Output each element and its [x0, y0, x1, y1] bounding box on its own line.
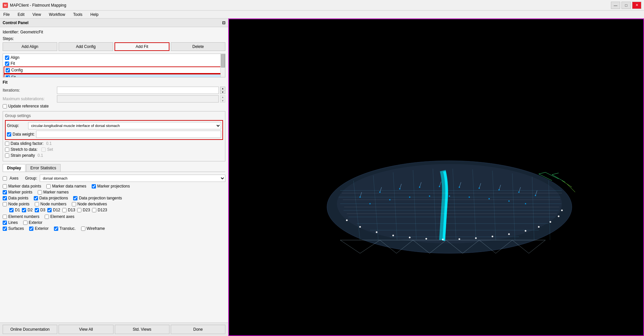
svg-point-63 [449, 195, 450, 197]
wireframe-label: Wireframe [87, 226, 105, 231]
group-display-select[interactable]: dorsal stomach [40, 175, 225, 182]
element-numbers-checkbox[interactable] [3, 215, 7, 219]
data-weight-input[interactable]: 0.1 [36, 131, 221, 138]
viewport-3d[interactable] [229, 19, 643, 335]
update-ref-label: Update reference state [8, 104, 49, 108]
d23-checkbox[interactable] [77, 208, 81, 212]
tab-display[interactable]: Display [3, 164, 25, 172]
menu-help[interactable]: Help [88, 12, 101, 18]
group-select[interactable]: circular-longitudinal muscle interface o… [28, 122, 221, 129]
strain-label: Strain penalty [11, 153, 35, 158]
menu-workflow[interactable]: Workflow [47, 12, 67, 18]
svg-point-69 [359, 226, 361, 228]
svg-point-62 [429, 195, 430, 197]
add-align-button[interactable]: Add Align [3, 42, 57, 51]
close-button[interactable]: ✕ [632, 2, 641, 9]
node-points-checkbox[interactable] [3, 202, 7, 206]
list-item[interactable]: Fit [4, 61, 224, 66]
menu-file[interactable]: File [1, 12, 12, 18]
spin-up-icon[interactable]: ▲ [220, 87, 225, 91]
tab-error-statistics[interactable]: Error Statistics [26, 164, 61, 172]
iterations-input[interactable]: 1 [57, 87, 219, 94]
data-projection-tangents-checkbox[interactable] [73, 196, 77, 200]
lines-label: Lines [8, 220, 18, 225]
element-numbers-label: Element numbers [8, 214, 39, 219]
surfaces-exterior-label: Exterior [35, 226, 48, 231]
menu-tools[interactable]: Tools [71, 12, 84, 18]
scrollbar-thumb [221, 54, 225, 67]
menu-edit[interactable]: Edit [16, 12, 26, 18]
svg-point-74 [442, 239, 444, 240]
viewport-panel [228, 19, 644, 336]
wireframe-checkbox[interactable] [81, 227, 85, 231]
strain-checkbox[interactable] [5, 153, 9, 158]
marker-data-points-checkbox[interactable] [3, 184, 7, 189]
group-settings-box: Group settings Group: circular-longitudi… [3, 111, 225, 161]
control-panel-title: Control Panel [3, 21, 28, 25]
data-points-checkbox[interactable] [3, 196, 7, 200]
svg-point-61 [409, 196, 410, 198]
stretch-checkbox[interactable] [5, 147, 9, 152]
maximize-button[interactable]: □ [621, 2, 631, 9]
add-fit-button[interactable]: Add Fit [115, 42, 170, 51]
transluc-checkbox[interactable] [54, 227, 58, 231]
view-all-button[interactable]: View All [59, 325, 113, 334]
config-checkbox[interactable] [6, 68, 10, 72]
sliding-factor-checkbox[interactable] [5, 142, 9, 146]
iterations-spinner[interactable]: ▲ ▼ [220, 87, 225, 94]
svg-point-65 [488, 198, 490, 199]
d2-label: D2 [27, 208, 32, 212]
menu-bar: File Edit View Workflow Tools Help [0, 11, 644, 19]
surfaces-exterior-checkbox[interactable] [29, 227, 33, 231]
delete-button[interactable]: Delete [171, 42, 225, 51]
d12-checkbox[interactable] [47, 208, 52, 212]
data-weight-checkbox[interactable] [7, 132, 11, 137]
group-label: Group: [7, 123, 27, 128]
list-scrollbar[interactable] [220, 54, 225, 77]
d1-checkbox[interactable] [9, 208, 14, 212]
lines-exterior-checkbox[interactable] [23, 221, 27, 225]
sliding-factor-value: 0.1 [46, 141, 52, 146]
d2-checkbox[interactable] [22, 208, 26, 212]
max-subiter-input: 1 [57, 95, 219, 103]
menu-view[interactable]: View [30, 12, 43, 18]
data-projections-checkbox[interactable] [34, 196, 38, 200]
group-display-label: Group: [25, 176, 37, 181]
svg-point-67 [525, 203, 526, 204]
spin-down-icon[interactable]: ▼ [220, 91, 225, 94]
left-panel: Control Panel ⊡ Identifier: GeometricFit… [0, 19, 228, 336]
std-views-button[interactable]: Std. Views [115, 325, 169, 334]
svg-point-50 [379, 191, 381, 193]
main-layout: Control Panel ⊡ Identifier: GeometricFit… [0, 19, 644, 336]
d13-checkbox[interactable] [62, 208, 67, 212]
svg-point-70 [376, 231, 378, 233]
d3-checkbox[interactable] [35, 208, 39, 212]
list-item[interactable]: Config [4, 66, 224, 74]
d23-label: D23 [83, 208, 90, 212]
align-checkbox[interactable] [5, 56, 9, 60]
fit1-checkbox[interactable] [5, 62, 9, 66]
marker-points-checkbox[interactable] [3, 190, 7, 194]
add-config-button[interactable]: Add Config [59, 42, 113, 51]
node-derivatives-checkbox[interactable] [72, 202, 76, 206]
fit2-checkbox[interactable] [6, 75, 10, 78]
marker-projections-checkbox[interactable] [92, 184, 96, 189]
axes-checkbox[interactable] [3, 176, 7, 181]
marker-data-names-label: Marker data names [52, 184, 86, 189]
d123-checkbox[interactable] [92, 208, 96, 212]
list-item[interactable]: Fit [4, 74, 224, 77]
panel-resize-icon[interactable]: ⊡ [222, 21, 225, 25]
done-button[interactable]: Done [171, 325, 225, 334]
marker-names-checkbox[interactable] [38, 190, 42, 194]
online-docs-button[interactable]: Online Documentation [3, 325, 57, 334]
marker-data-names-checkbox[interactable] [46, 184, 51, 189]
step-fit1-label: Fit [11, 61, 15, 66]
surfaces-checkbox[interactable] [3, 227, 7, 231]
list-item[interactable]: Align [4, 55, 224, 61]
element-axes-checkbox[interactable] [45, 215, 49, 219]
update-ref-checkbox[interactable] [3, 104, 7, 108]
minimize-button[interactable]: — [611, 2, 620, 9]
axes-label: Axes [10, 176, 19, 181]
lines-checkbox[interactable] [3, 221, 7, 225]
node-numbers-checkbox[interactable] [35, 202, 39, 206]
